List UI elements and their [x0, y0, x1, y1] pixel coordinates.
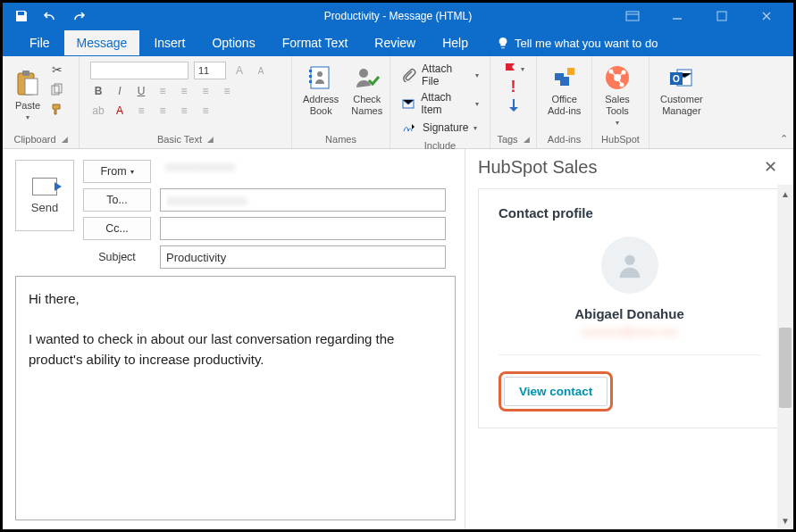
scroll-up-button[interactable]: ▲ [777, 185, 793, 203]
scroll-thumb[interactable] [779, 328, 792, 408]
bold-button[interactable]: B [90, 83, 106, 99]
title-bar: Productivity - Message (HTML) [3, 3, 793, 29]
minimize-button[interactable] [659, 6, 695, 26]
svg-rect-14 [567, 68, 574, 75]
contact-profile-card: Contact profile Abigael Donahue xxxxxxx@… [478, 188, 781, 428]
cut-button[interactable]: ✂ [49, 62, 65, 78]
more-align-button[interactable]: ≡ [197, 103, 214, 119]
high-importance-button[interactable]: ! [509, 78, 518, 96]
message-body[interactable]: Hi there, I wanted to check in about our… [15, 276, 456, 520]
svg-rect-4 [25, 79, 38, 95]
svg-text:O: O [673, 74, 680, 84]
numbering-button[interactable]: ≡ [176, 83, 192, 99]
hubspot-sales-pane: HubSpot Sales ✕ Contact profile Abigael … [465, 149, 793, 529]
svg-rect-10 [309, 80, 312, 83]
check-names-button[interactable]: Check Names [348, 62, 386, 119]
signature-icon [401, 120, 417, 136]
highlight-button[interactable]: ab [90, 103, 106, 119]
contact-name: Abigael Donahue [499, 306, 760, 321]
bullets-button[interactable]: ≡ [155, 83, 171, 99]
indent-right-button[interactable]: ≡ [219, 83, 235, 99]
send-button[interactable]: Send [15, 160, 74, 231]
svg-point-12 [359, 69, 368, 78]
qat-save-button[interactable] [10, 4, 33, 28]
body-line: Hi there, [29, 289, 442, 310]
tab-options[interactable]: Options [199, 30, 267, 55]
customer-manager-button[interactable]: O Customer Manager [657, 62, 707, 119]
scroll-down-button[interactable]: ▼ [777, 511, 793, 529]
to-button[interactable]: To... [83, 188, 151, 212]
body-line: I wanted to check in about our last conv… [29, 329, 442, 370]
view-contact-highlight: View contact [499, 371, 613, 411]
hubspot-pane-title: HubSpot Sales [478, 157, 597, 178]
svg-point-23 [624, 255, 634, 265]
signature-button[interactable]: Signature▾ [399, 119, 481, 137]
address-book-icon [306, 63, 335, 92]
tab-format-text[interactable]: Format Text [270, 30, 361, 55]
hubspot-icon [603, 63, 632, 92]
contact-profile-heading: Contact profile [499, 205, 760, 220]
subject-field[interactable] [160, 245, 446, 269]
tab-help[interactable]: Help [430, 30, 481, 55]
qat-redo-button[interactable] [67, 4, 90, 28]
copy-button[interactable] [49, 81, 65, 97]
ribbon-tabs: File Message Insert Options Format Text … [3, 29, 793, 56]
cc-button[interactable]: Cc... [83, 217, 151, 240]
tell-me-search[interactable]: Tell me what you want to do [490, 33, 665, 54]
font-size-selector[interactable]: 11 [194, 62, 226, 79]
tell-me-label: Tell me what you want to do [515, 37, 658, 50]
compose-area: Send From▾ xxxxxxxxxxxx To... Cc... [3, 149, 465, 529]
align-left-button[interactable]: ≡ [133, 103, 149, 119]
attach-item-button[interactable]: Attach Item▾ [399, 90, 481, 117]
cc-field[interactable] [160, 217, 446, 240]
pane-scrollbar[interactable]: ▲ ▼ [777, 185, 793, 529]
low-importance-button[interactable] [506, 98, 522, 112]
maximize-button[interactable] [704, 6, 740, 26]
underline-button[interactable]: U [133, 83, 149, 99]
indent-left-button[interactable]: ≡ [197, 83, 214, 99]
shrink-font-button[interactable]: A [253, 62, 269, 79]
qat-undo-button[interactable] [38, 4, 62, 28]
svg-point-11 [317, 71, 323, 77]
svg-rect-7 [311, 67, 329, 88]
close-button[interactable] [749, 6, 784, 26]
clipboard-dialog-launcher[interactable]: ◢ [62, 135, 68, 144]
font-selector[interactable] [90, 62, 189, 79]
collapse-ribbon-button[interactable]: ⌃ [780, 133, 788, 145]
attach-file-button[interactable]: Attach File▾ [399, 62, 481, 88]
svg-rect-0 [626, 12, 639, 21]
attach-item-icon [401, 96, 415, 112]
tab-message[interactable]: Message [64, 30, 140, 55]
format-painter-button[interactable] [49, 101, 65, 117]
address-book-button[interactable]: Address Book [299, 62, 342, 119]
follow-up-flag-button[interactable]: ▾ [501, 62, 526, 76]
tab-insert[interactable]: Insert [141, 30, 197, 55]
align-right-button[interactable]: ≡ [176, 103, 192, 119]
svg-rect-8 [309, 70, 312, 72]
hubspot-pane-close-button[interactable]: ✕ [760, 154, 781, 180]
view-contact-button[interactable]: View contact [504, 377, 607, 406]
send-icon [32, 178, 57, 195]
ribbon-display-options-button[interactable] [615, 6, 650, 26]
sales-tools-button[interactable]: Sales Tools ▾ [599, 62, 635, 129]
window-title: Productivity - Message (HTML) [324, 10, 472, 22]
align-center-button[interactable]: ≡ [155, 103, 171, 119]
paste-button[interactable]: Paste ▾ [10, 60, 46, 132]
from-field[interactable]: xxxxxxxxxxxx [160, 160, 446, 183]
grow-font-button[interactable]: A [231, 62, 247, 79]
tab-review[interactable]: Review [362, 30, 428, 55]
ribbon: Paste ▾ ✂ Clipboard◢ 11 A A [3, 56, 793, 149]
italic-button[interactable]: I [112, 83, 128, 99]
to-field[interactable] [160, 188, 446, 212]
svg-rect-1 [717, 12, 726, 21]
paperclip-icon [401, 67, 416, 83]
font-color-button[interactable]: A [112, 103, 128, 119]
avatar-icon [601, 237, 658, 294]
office-addins-button[interactable]: Office Add-ins [544, 62, 584, 119]
basictext-dialog-launcher[interactable]: ◢ [207, 135, 214, 144]
tab-file[interactable]: File [17, 30, 63, 55]
contact-email: xxxxxxx@xxxx.xxx [499, 325, 760, 338]
check-names-icon [353, 63, 381, 92]
from-button[interactable]: From▾ [83, 160, 151, 183]
tags-dialog-launcher[interactable]: ◢ [524, 135, 530, 144]
